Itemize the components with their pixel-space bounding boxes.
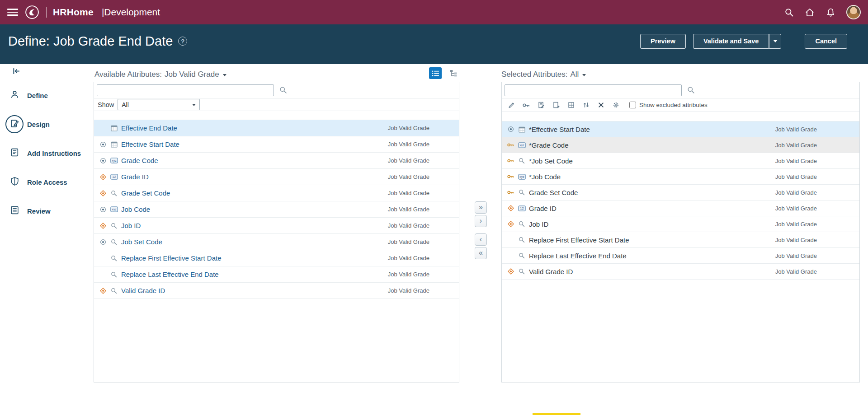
- validate-save-button[interactable]: Validate and Save: [693, 34, 769, 49]
- attribute-name[interactable]: *Grade Code: [529, 141, 569, 149]
- attribute-name[interactable]: Valid Grade ID: [529, 268, 573, 275]
- search-icon[interactable]: [279, 86, 287, 94]
- attribute-name[interactable]: Grade ID: [121, 173, 149, 181]
- attribute-name[interactable]: Grade Set Code: [529, 189, 578, 196]
- move-selected-right-button[interactable]: ›: [475, 215, 487, 227]
- attribute-name[interactable]: *Job Set Code: [529, 157, 573, 165]
- attribute-row[interactable]: 12 Grade ID Job Valid Grade: [502, 201, 859, 216]
- lookup-icon: [110, 271, 118, 278]
- tree-view-icon[interactable]: [447, 67, 460, 79]
- view-toggles: [429, 67, 460, 79]
- attribute-row[interactable]: Effective End Date Job Valid Grade: [94, 120, 459, 136]
- attribute-row[interactable]: Job Set Code Job Valid Grade: [94, 234, 459, 250]
- attribute-name[interactable]: Job ID: [121, 222, 141, 229]
- attribute-row[interactable]: Replace Last Effective End Date Job Vali…: [502, 248, 859, 264]
- show-excluded-checkbox[interactable]: [629, 102, 636, 108]
- number-icon: 12: [518, 205, 526, 211]
- attribute-name[interactable]: Grade Code: [121, 157, 158, 164]
- cancel-button[interactable]: Cancel: [805, 34, 847, 49]
- move-all-left-button[interactable]: «: [475, 247, 487, 259]
- lookup-icon: [518, 189, 526, 196]
- attribute-name[interactable]: Job Code: [121, 205, 150, 213]
- search-icon[interactable]: [687, 86, 695, 94]
- attribute-row[interactable]: Effective Start Date Job Valid Grade: [94, 136, 459, 153]
- attribute-name[interactable]: Job ID: [529, 220, 548, 228]
- sidebar-item-add-instructions[interactable]: Add Instructions: [0, 139, 94, 168]
- show-filter-select[interactable]: All: [118, 99, 200, 110]
- attribute-row[interactable]: 12 Grade ID Job Valid Grade: [94, 169, 459, 185]
- attribute-row[interactable]: *Job Set Code Job Valid Grade: [502, 153, 859, 169]
- settings-icon[interactable]: [612, 101, 620, 109]
- svg-text:12: 12: [112, 175, 116, 179]
- attribute-row[interactable]: Replace First Effective Start Date Job V…: [502, 232, 859, 248]
- available-search-input[interactable]: [97, 84, 274, 96]
- attribute-name[interactable]: Grade Set Code: [121, 189, 170, 197]
- attribute-source: Job Valid Grade: [388, 125, 429, 131]
- help-icon[interactable]: ?: [178, 37, 187, 46]
- sidebar-item-role-access[interactable]: Role Access: [0, 168, 94, 196]
- attribute-row[interactable]: Valid Grade ID Job Valid Grade: [94, 283, 459, 299]
- attribute-row[interactable]: Valid Grade ID Job Valid Grade: [502, 264, 859, 280]
- sort-icon[interactable]: [582, 101, 590, 109]
- avatar[interactable]: [846, 5, 861, 19]
- remove-icon[interactable]: [597, 101, 605, 109]
- attribute-name[interactable]: *Job Code: [529, 173, 561, 181]
- attribute-row[interactable]: xyz Job Code Job Valid Grade: [94, 201, 459, 218]
- attribute-name[interactable]: Grade ID: [529, 205, 557, 212]
- attribute-name[interactable]: Replace First Effective Start Date: [529, 236, 629, 244]
- main-layout: Define Design Add Instructions Role Acce…: [0, 64, 868, 415]
- diamond-icon: [99, 174, 106, 180]
- lookup-icon: [110, 255, 118, 261]
- sidebar-item-design[interactable]: Design: [0, 110, 94, 139]
- sidebar-item-review[interactable]: Review: [0, 196, 94, 225]
- table-icon[interactable]: [567, 101, 575, 109]
- edit-details-icon[interactable]: [537, 101, 545, 109]
- lookup-icon: [110, 223, 118, 229]
- validate-save-menu-button[interactable]: [769, 34, 781, 49]
- selected-search-input[interactable]: [505, 84, 682, 96]
- notifications-icon[interactable]: [826, 7, 835, 17]
- move-selected-left-button[interactable]: ‹: [475, 233, 487, 246]
- attribute-row[interactable]: Job ID Job Valid Grade: [94, 218, 459, 234]
- selected-toolbar: Show excluded attributes: [502, 98, 859, 112]
- attribute-row[interactable]: Grade Set Code Job Valid Grade: [94, 185, 459, 201]
- home-icon[interactable]: [805, 7, 815, 17]
- attribute-name[interactable]: Job Set Code: [121, 238, 162, 246]
- clipped-bottom-element: [533, 413, 580, 415]
- attribute-row[interactable]: Job ID Job Valid Grade: [502, 216, 859, 232]
- attribute-row[interactable]: xyz *Job Code Job Valid Grade: [502, 169, 859, 185]
- attribute-name[interactable]: Valid Grade ID: [121, 287, 165, 294]
- list-view-icon[interactable]: [429, 67, 442, 79]
- attribute-name[interactable]: *Effective Start Date: [529, 126, 590, 133]
- attribute-name[interactable]: Replace Last Effective End Date: [121, 270, 219, 278]
- selected-filter-select[interactable]: All: [570, 70, 586, 79]
- collapse-panel-icon[interactable]: [11, 66, 22, 77]
- attribute-source: Job Valid Grade: [388, 287, 429, 294]
- diamond-icon: [99, 288, 106, 294]
- sidebar-item-define[interactable]: Define: [0, 81, 94, 110]
- edit-icon[interactable]: [507, 101, 515, 109]
- lookup-icon: [110, 190, 118, 196]
- brand-title: HRHome: [53, 7, 94, 18]
- attribute-row[interactable]: Replace Last Effective End Date Job Vali…: [94, 266, 459, 283]
- search-icon[interactable]: [784, 7, 794, 17]
- preview-button[interactable]: Preview: [640, 34, 686, 49]
- new-document-icon[interactable]: [552, 101, 560, 109]
- attribute-row[interactable]: Grade Set Code Job Valid Grade: [502, 185, 859, 201]
- attribute-name[interactable]: Replace Last Effective End Date: [529, 252, 627, 260]
- nav-shield-icon: [10, 177, 19, 188]
- selected-filter-value: All: [570, 70, 579, 79]
- move-all-right-button[interactable]: »: [475, 201, 487, 214]
- available-source-select[interactable]: Job Valid Grade: [165, 70, 226, 79]
- key-icon[interactable]: [522, 101, 530, 109]
- attribute-name[interactable]: Replace First Effective Start Date: [121, 254, 221, 262]
- key-icon: [507, 174, 514, 179]
- attribute-row[interactable]: xyz Grade Code Job Valid Grade: [94, 153, 459, 169]
- attribute-name[interactable]: Effective Start Date: [121, 140, 179, 148]
- attribute-row[interactable]: *Effective Start Date Job Valid Grade: [502, 121, 859, 137]
- menu-icon[interactable]: [7, 8, 18, 17]
- attribute-row[interactable]: Replace First Effective Start Date Job V…: [94, 250, 459, 266]
- attribute-source: Job Valid Grade: [775, 252, 817, 259]
- attribute-name[interactable]: Effective End Date: [121, 124, 177, 132]
- attribute-row[interactable]: xyz *Grade Code Job Valid Grade: [502, 137, 859, 153]
